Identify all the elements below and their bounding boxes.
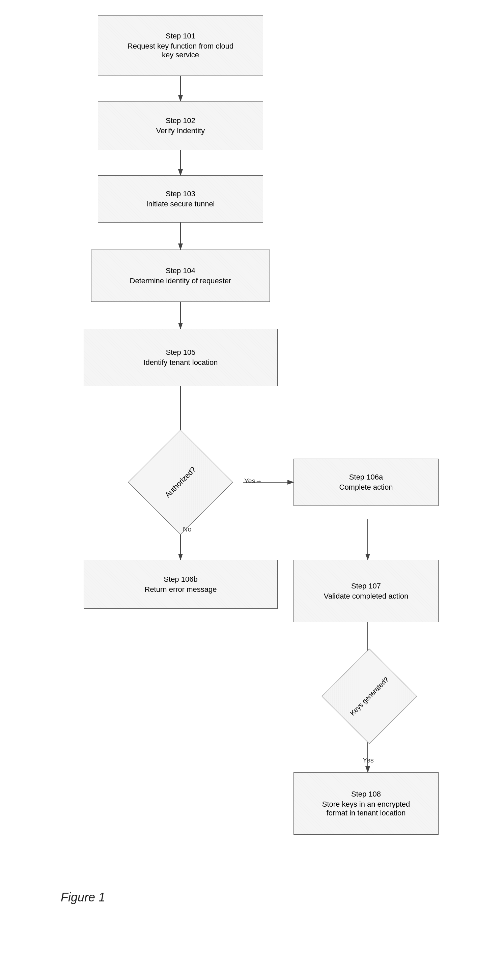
flowchart: Step 101 Request key function from cloud… xyxy=(0,0,503,980)
step-108-box: Step 108 Store keys in an encryptedforma… xyxy=(293,772,439,835)
step-105-title: Step 105 xyxy=(166,348,195,357)
step-105-desc: Identify tenant location xyxy=(143,358,218,367)
no-label: No xyxy=(183,525,192,533)
step-104-box: Step 104 Determine identity of requester xyxy=(91,250,270,302)
step-101-desc: Request key function from cloudkey servi… xyxy=(127,42,234,59)
step-104-desc: Determine identity of requester xyxy=(130,277,231,285)
step-103-title: Step 103 xyxy=(166,189,195,198)
step-108-title: Step 108 xyxy=(351,790,381,799)
step-102-desc: Verify Indentity xyxy=(156,126,205,135)
step-106b-title: Step 106b xyxy=(164,575,197,584)
step-108-desc: Store keys in an encryptedformat in tena… xyxy=(322,800,410,818)
step-101-title: Step 101 xyxy=(166,32,195,40)
step-104-title: Step 104 xyxy=(166,266,195,275)
figure-label: Figure 1 xyxy=(61,890,105,904)
step-101-box: Step 101 Request key function from cloud… xyxy=(98,15,263,76)
step-103-box: Step 103 Initiate secure tunnel xyxy=(98,175,263,223)
step-106a-desc: Complete action xyxy=(339,483,393,492)
keys-generated-diamond: Keys generated? xyxy=(319,658,420,735)
step-106a-box: Step 106a Complete action xyxy=(293,459,439,506)
yes-label: Yes→ xyxy=(244,477,262,485)
step-103-desc: Initiate secure tunnel xyxy=(146,200,215,208)
step-107-desc: Validate completed action xyxy=(324,592,408,601)
step-106a-title: Step 106a xyxy=(349,473,383,482)
step-106b-desc: Return error message xyxy=(145,585,217,594)
step-102-box: Step 102 Verify Indentity xyxy=(98,101,263,150)
step-107-box: Step 107 Validate completed action xyxy=(293,560,439,622)
step-106b-box: Step 106b Return error message xyxy=(84,560,278,609)
yes-label-2: Yes xyxy=(363,756,374,764)
step-107-title: Step 107 xyxy=(351,582,381,590)
step-102-title: Step 102 xyxy=(166,116,195,125)
authorized-diamond: Authorized? xyxy=(106,442,255,523)
step-105-box: Step 105 Identify tenant location xyxy=(84,329,278,386)
